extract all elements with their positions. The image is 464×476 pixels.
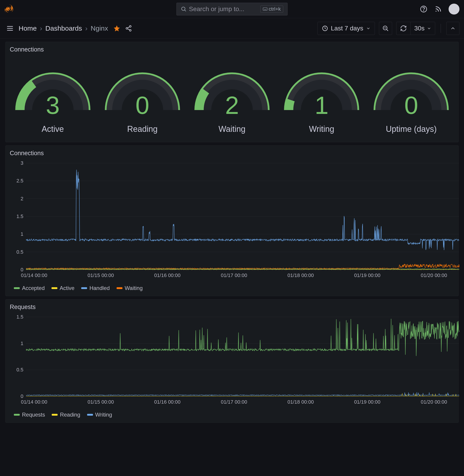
svg-text:1.5: 1.5: [16, 315, 23, 320]
gauge-value: 2: [191, 91, 273, 119]
chevron-down-icon: [427, 26, 431, 31]
svg-text:01/14 00:00: 01/14 00:00: [21, 272, 47, 278]
panel-title: Connections: [6, 45, 458, 55]
legend-label: Accepted: [22, 285, 45, 291]
svg-text:01/18 00:00: 01/18 00:00: [288, 272, 314, 278]
gauge-label: Writing: [309, 124, 334, 134]
svg-point-10: [436, 11, 436, 11]
keyboard-icon: [263, 8, 267, 11]
legend-item[interactable]: Reading: [52, 412, 80, 418]
svg-text:01/17 00:00: 01/17 00:00: [221, 272, 247, 278]
legend-item[interactable]: Writing: [87, 412, 112, 418]
breadcrumb-home[interactable]: Home: [19, 24, 37, 32]
svg-point-16: [129, 30, 131, 31]
grafana-logo[interactable]: [5, 4, 18, 14]
breadcrumb: Home › Dashboards › Nginx: [19, 24, 108, 32]
gauge-writing: 1Writing: [279, 69, 365, 134]
dashboard-toolbar: Home › Dashboards › Nginx Last 7 days 30…: [0, 18, 464, 39]
svg-text:3: 3: [21, 161, 23, 166]
gauge-uptime-days-: 0Uptime (days): [368, 69, 454, 134]
svg-text:01/20 00:00: 01/20 00:00: [421, 399, 447, 405]
svg-text:0.5: 0.5: [16, 249, 23, 255]
refresh-button[interactable]: [396, 22, 410, 35]
refresh-icon: [400, 25, 407, 32]
chevron-up-icon: [450, 25, 456, 31]
svg-point-14: [129, 25, 131, 27]
legend-label: Reading: [60, 412, 80, 418]
panel-title: Requests: [6, 302, 458, 313]
user-avatar[interactable]: [449, 4, 459, 15]
svg-text:1: 1: [21, 231, 23, 237]
legend-label: Writing: [95, 412, 112, 418]
svg-text:01/18 00:00: 01/18 00:00: [288, 399, 314, 405]
svg-point-0: [182, 7, 185, 10]
gauge-reading: 0Reading: [99, 69, 185, 134]
panel-connections-gauges[interactable]: Connections 3Active0Reading2Waiting1Writ…: [5, 42, 459, 142]
legend-swatch: [81, 287, 87, 289]
legend-label: Requests: [22, 412, 45, 418]
legend-label: Active: [60, 285, 74, 291]
svg-text:0: 0: [21, 267, 23, 272]
svg-text:2: 2: [21, 196, 23, 201]
svg-text:01/19 00:00: 01/19 00:00: [354, 399, 380, 405]
favorite-star-icon[interactable]: [113, 25, 120, 32]
legend-label: Handled: [89, 285, 109, 291]
gauge-label: Reading: [127, 124, 158, 134]
clock-icon: [322, 25, 328, 31]
chart-legend: AcceptedActiveHandledWaiting: [6, 282, 458, 292]
svg-text:01/15 00:00: 01/15 00:00: [87, 272, 114, 278]
chart-legend: RequestsReadingWriting: [6, 408, 458, 419]
gauge-value: 0: [370, 91, 452, 119]
chevron-down-icon: [366, 26, 371, 31]
svg-text:01/19 00:00: 01/19 00:00: [354, 272, 380, 278]
svg-text:01/20 00:00: 01/20 00:00: [421, 272, 447, 278]
svg-text:01/14 00:00: 01/14 00:00: [21, 399, 47, 405]
legend-swatch: [51, 287, 57, 289]
search-shortcut-badge: ctrl+k: [260, 5, 283, 13]
legend-item[interactable]: Handled: [81, 285, 109, 291]
search-placeholder: Search or jump to...: [189, 5, 258, 13]
legend-item[interactable]: Accepted: [14, 285, 45, 291]
svg-line-1: [185, 10, 186, 11]
svg-text:01/17 00:00: 01/17 00:00: [221, 399, 247, 405]
time-range-picker[interactable]: Last 7 days: [318, 22, 375, 35]
legend-swatch: [116, 287, 123, 289]
refresh-interval-select[interactable]: 30s: [410, 22, 435, 35]
legend-item[interactable]: Waiting: [116, 285, 143, 291]
panel-requests-timeseries[interactable]: Requests 00.511.501/14 00:0001/15 00:000…: [5, 299, 459, 423]
search-icon: [181, 6, 187, 12]
gauge-value: 1: [281, 91, 362, 119]
svg-text:2.5: 2.5: [16, 178, 23, 184]
legend-label: Waiting: [125, 285, 143, 291]
svg-text:0: 0: [21, 393, 23, 399]
svg-text:0.5: 0.5: [16, 367, 23, 373]
collapse-top-button[interactable]: [446, 22, 459, 35]
legend-swatch: [87, 414, 93, 416]
svg-text:1: 1: [21, 341, 23, 346]
top-bar: Search or jump to... ctrl+k: [0, 0, 464, 18]
breadcrumb-dashboards[interactable]: Dashboards: [45, 24, 82, 32]
legend-item[interactable]: Active: [51, 285, 74, 291]
global-search[interactable]: Search or jump to... ctrl+k: [176, 3, 288, 15]
news-feed-icon[interactable]: [434, 5, 442, 13]
gauge-value: 3: [12, 91, 94, 119]
panel-connections-timeseries[interactable]: Connections 00.511.522.5301/14 00:0001/1…: [5, 145, 459, 296]
legend-item[interactable]: Requests: [14, 412, 45, 418]
panel-title: Connections: [6, 148, 458, 159]
svg-text:1.5: 1.5: [16, 214, 23, 219]
help-icon[interactable]: [420, 5, 428, 13]
gauge-waiting: 2Waiting: [189, 69, 275, 134]
gauge-label: Waiting: [219, 124, 246, 134]
svg-text:01/15 00:00: 01/15 00:00: [87, 399, 114, 405]
time-range-label: Last 7 days: [331, 25, 363, 32]
chevron-right-icon: ›: [85, 24, 87, 32]
requests-chart: 00.511.501/14 00:0001/15 00:0001/16 00:0…: [10, 315, 462, 408]
svg-line-21: [387, 30, 388, 31]
breadcrumb-current: Nginx: [91, 24, 108, 32]
gauge-active: 3Active: [10, 69, 96, 134]
menu-toggle-button[interactable]: [5, 23, 15, 34]
zoom-out-button[interactable]: [379, 22, 392, 35]
share-icon[interactable]: [125, 24, 133, 32]
gauge-value: 0: [102, 91, 183, 119]
chevron-right-icon: ›: [40, 24, 42, 32]
